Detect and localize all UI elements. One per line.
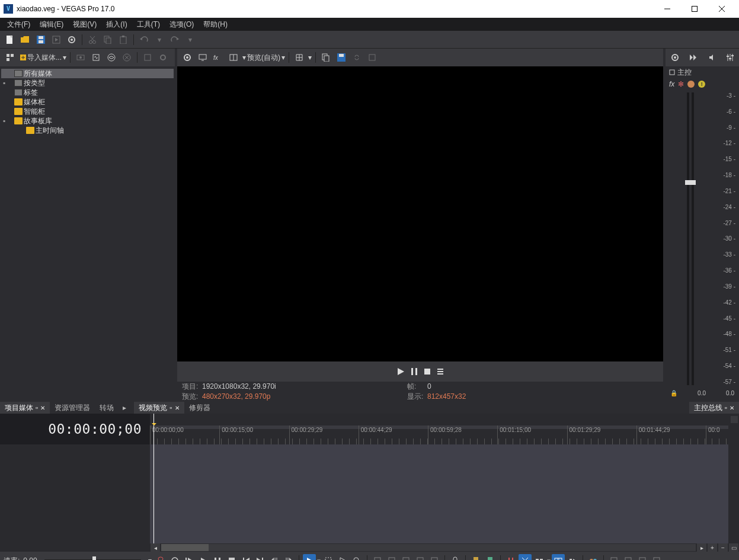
media-properties-icon[interactable] <box>141 51 154 64</box>
pause-button[interactable] <box>211 554 224 560</box>
snap-button[interactable] <box>504 554 517 560</box>
ripple-edit-button[interactable] <box>566 554 579 560</box>
tree-main-timeline[interactable]: 主时间轴 <box>1 126 174 135</box>
fader-grip[interactable] <box>690 180 696 185</box>
remove-icon[interactable] <box>120 51 133 64</box>
go-start-button[interactable] <box>239 554 252 560</box>
tab-overflow[interactable]: ▸ <box>119 402 130 414</box>
save-button[interactable] <box>34 33 47 46</box>
playhead[interactable] <box>153 414 154 444</box>
tree-all-media[interactable]: 所有媒体 <box>1 69 174 78</box>
close-icon[interactable]: ✕ <box>175 405 180 411</box>
zoom-fit[interactable]: ▭ <box>729 543 738 552</box>
expand-icon[interactable]: ▪ <box>1 78 7 88</box>
paste-button[interactable] <box>117 33 130 46</box>
misc-d-button[interactable] <box>650 554 663 560</box>
chevron-down-icon[interactable]: ▾ <box>308 53 312 62</box>
go-end-button[interactable] <box>254 554 267 560</box>
chevron-down-icon[interactable]: ▾ <box>281 53 285 62</box>
tree-by-type[interactable]: ▪按类型 <box>1 78 174 88</box>
zoom-tool[interactable] <box>350 554 363 560</box>
menu-insert[interactable]: 插入(I) <box>101 18 132 31</box>
fader-right[interactable] <box>692 92 694 385</box>
new-button[interactable] <box>4 33 17 46</box>
media-settings-icon[interactable] <box>156 51 169 64</box>
tree-storyboard[interactable]: ▪故事板库 <box>1 116 174 126</box>
hscroll[interactable] <box>161 544 696 551</box>
menu-help[interactable]: 帮助(H) <box>199 18 232 31</box>
split-screen-icon[interactable] <box>227 51 240 64</box>
normal-edit-tool[interactable] <box>303 554 316 560</box>
lock-icon[interactable]: 🔒 <box>670 390 677 396</box>
tab-video-preview[interactable]: 视频预览▫✕ <box>134 402 184 414</box>
tab-project-media[interactable]: 项目媒体▫✕ <box>0 402 50 414</box>
media-view-icon[interactable] <box>4 51 17 64</box>
settings-icon[interactable] <box>671 53 679 62</box>
fx-icon[interactable]: fx <box>669 80 674 88</box>
track-body[interactable] <box>150 444 728 543</box>
fader-left[interactable] <box>687 92 689 385</box>
scroll-thumb[interactable] <box>161 544 209 551</box>
undock-icon[interactable]: ▫ <box>36 404 38 412</box>
menu-edit[interactable]: 编辑(E) <box>35 18 68 31</box>
get-media-icon[interactable] <box>105 51 118 64</box>
misc-b-button[interactable] <box>622 554 635 560</box>
lock-aspect-icon[interactable] <box>350 51 363 64</box>
video-fx-icon[interactable]: fx <box>212 51 225 64</box>
envelope-tool[interactable] <box>336 554 349 560</box>
collapse-icon[interactable]: ▪ <box>1 116 7 126</box>
undock-icon[interactable]: ▫ <box>725 404 727 412</box>
selection-tool[interactable] <box>322 554 335 560</box>
trim-start-button[interactable] <box>371 554 384 560</box>
prev-frame-button[interactable] <box>268 554 281 560</box>
menu-view[interactable]: 视图(V) <box>68 18 101 31</box>
tab-trimmer[interactable]: 修剪器 <box>184 402 215 414</box>
event-fx-button[interactable] <box>587 554 600 560</box>
play-button[interactable] <box>197 554 210 560</box>
auto-ripple-button[interactable] <box>533 554 546 560</box>
close-icon[interactable]: ✕ <box>730 405 734 411</box>
chevron-down-icon[interactable]: ▾ <box>317 556 321 560</box>
skip-icon[interactable] <box>689 54 698 61</box>
close-button[interactable] <box>708 0 735 18</box>
copy-snapshot-icon[interactable] <box>319 51 332 64</box>
marker-button[interactable] <box>731 416 738 423</box>
tree-tags[interactable]: 标签 <box>1 88 174 97</box>
tree-media-bin[interactable]: 媒体柜 <box>1 97 174 107</box>
timecode-display[interactable]: 00:00:00;00 <box>0 414 150 444</box>
pause-button[interactable] <box>411 367 418 376</box>
stop-button[interactable] <box>225 554 238 560</box>
tab-explorer[interactable]: 资源管理器 <box>50 402 95 414</box>
misc-a-button[interactable] <box>607 554 620 560</box>
slider-grip[interactable] <box>92 556 96 560</box>
record-button[interactable] <box>154 554 167 560</box>
tab-transitions[interactable]: 转场 <box>95 402 119 414</box>
auto-crossfade-button[interactable] <box>552 554 565 560</box>
trim-end-button[interactable] <box>385 554 398 560</box>
menu-tools[interactable]: 工具(T) <box>132 18 165 31</box>
zoom-in[interactable]: + <box>708 543 717 552</box>
scaling-icon[interactable] <box>366 51 379 64</box>
dim-icon[interactable] <box>708 53 716 62</box>
lock-button[interactable] <box>449 554 462 560</box>
misc-c-button[interactable] <box>636 554 649 560</box>
split-button[interactable] <box>399 554 412 560</box>
preview-settings-icon[interactable] <box>181 51 194 64</box>
plugin-icon[interactable]: ✻ <box>678 80 684 88</box>
play-start-button[interactable] <box>183 554 196 560</box>
redo-button[interactable] <box>168 33 181 46</box>
quantize-button[interactable] <box>519 554 532 560</box>
copy-button[interactable] <box>101 33 114 46</box>
transport-menu-icon[interactable] <box>437 368 444 375</box>
capture-icon[interactable] <box>74 51 87 64</box>
undo-button[interactable] <box>137 33 151 46</box>
solo-icon[interactable]: ! <box>698 81 705 88</box>
vscroll-gutter[interactable] <box>728 444 739 543</box>
extract-audio-icon[interactable] <box>89 51 103 64</box>
redo-dropdown[interactable]: ▾ <box>184 33 197 46</box>
video-display[interactable] <box>177 66 663 361</box>
zoom-out[interactable]: − <box>718 543 728 552</box>
minimize-button[interactable] <box>654 0 681 18</box>
import-media-button[interactable]: 导入媒体... ▾ <box>18 53 68 63</box>
undock-icon[interactable]: ▫ <box>169 404 172 412</box>
